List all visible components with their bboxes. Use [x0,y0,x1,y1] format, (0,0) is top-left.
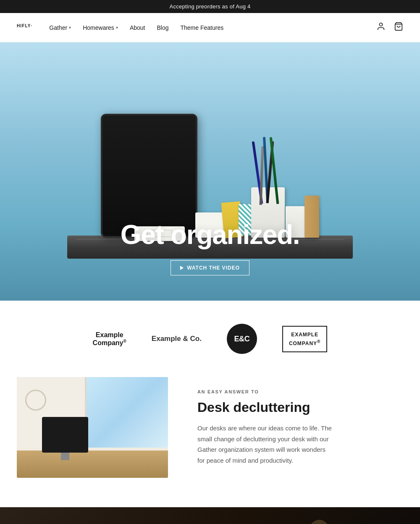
brands-section: ExampleCompany® Example & Co. E&C Exampl… [0,301,420,377]
watch-video-label: WATCH THE VIDEO [187,265,240,271]
brand-ampco: Example & Co. [152,335,202,343]
desk-surface [17,451,168,478]
announcement-bar: Accepting preorders as of Aug 4 [0,0,420,13]
header-icons [376,22,403,33]
nav-homewares[interactable]: Homewares ▾ [83,24,118,31]
feature-content: AN EASY ANSWER TO Desk decluttering Our … [197,389,403,466]
office-scene-illustration [17,377,168,478]
account-icon[interactable] [376,22,386,33]
hero-content: Get organized. WATCH THE VIDEO [0,219,420,275]
nav-gather[interactable]: Gather ▾ [49,24,71,31]
brand-logo-3: E&C [227,324,257,354]
main-nav: Gather ▾ Homewares ▾ About Blog Theme Fe… [49,24,376,31]
feature-image [17,377,168,478]
logo[interactable]: HIFLY· [17,22,32,33]
feature-section: AN EASY ANSWER TO Desk decluttering Our … [0,377,420,507]
nav-blog[interactable]: Blog [157,24,168,31]
dark-cta-section: Everything [0,507,420,524]
feature-description: Our desks are where our ideas come to li… [197,423,332,466]
dark-bg [0,507,420,524]
wall-clock [25,390,46,411]
feature-title: Desk decluttering [197,399,403,415]
brand-box-text: ExampleCompany® [289,331,321,347]
brand-logo-1: ExampleCompany® [93,331,126,347]
announcement-text: Accepting preorders as of Aug 4 [169,3,250,10]
watch-video-button[interactable]: WATCH THE VIDEO [171,260,249,275]
svg-point-0 [379,23,382,26]
chevron-down-icon: ▾ [116,25,118,30]
nav-theme-features[interactable]: Theme Features [181,24,224,31]
hero-section: Get organized. WATCH THE VIDEO [0,42,420,301]
hero-title: Get organized. [0,219,420,250]
play-icon [180,266,184,270]
brand-logo-2: Example & Co. [152,335,202,343]
office-window [85,377,168,448]
header: HIFLY· Gather ▾ Homewares ▾ About Blog T… [0,13,420,42]
cart-icon[interactable] [394,22,403,33]
brand-text-1: ExampleCompany® [93,331,126,347]
brand-ec-badge: E&C [227,324,257,354]
brand-logo-4: ExampleCompany® [282,326,328,352]
chevron-down-icon: ▾ [69,25,71,30]
brand-ec-box: ExampleCompany® [282,326,328,352]
nav-about[interactable]: About [130,24,145,31]
office-monitor [42,417,88,453]
feature-label: AN EASY ANSWER TO [197,389,403,394]
